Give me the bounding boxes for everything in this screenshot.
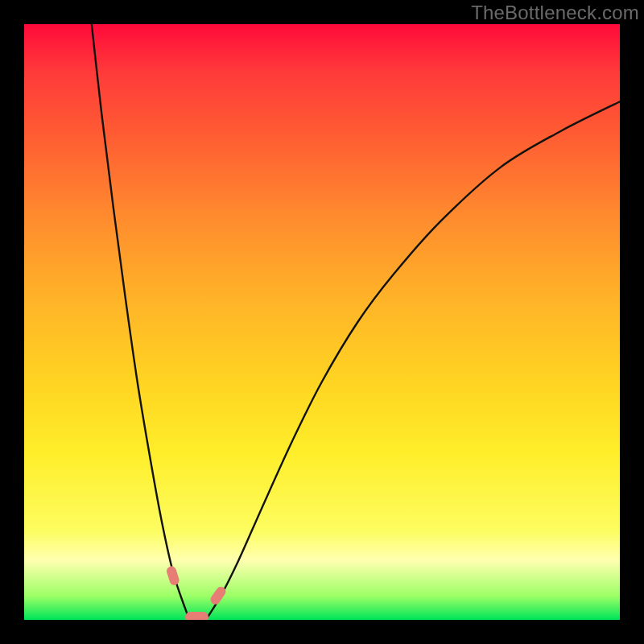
markers-layer	[24, 24, 620, 620]
left-marker	[166, 564, 181, 585]
outer-frame: TheBottleneck.com	[0, 0, 644, 644]
bottom-marker	[185, 612, 209, 620]
right-marker	[208, 585, 227, 606]
plot-area	[24, 24, 620, 620]
watermark-text: TheBottleneck.com	[0, 0, 644, 24]
